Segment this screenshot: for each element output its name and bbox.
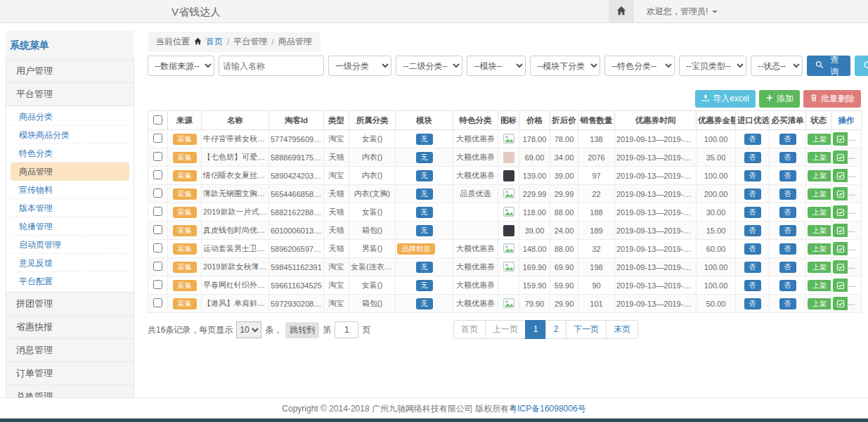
row-checkbox[interactable] — [153, 280, 162, 289]
page-number-input[interactable] — [335, 321, 358, 338]
pager-page-2[interactable]: 2 — [545, 320, 566, 339]
import-select-badge[interactable]: 否 — [744, 280, 761, 291]
edit-button[interactable] — [833, 224, 848, 237]
cell-actions — [831, 130, 862, 148]
import-select-badge[interactable]: 否 — [744, 243, 761, 255]
pager-next[interactable]: 下一页 — [566, 320, 607, 339]
row-checkbox[interactable] — [153, 207, 162, 216]
sidebar-item-group-buy-mgmt[interactable]: 拼团管理 — [6, 293, 134, 316]
import-select-badge[interactable]: 否 — [744, 188, 761, 200]
status-badge[interactable]: 上架 — [808, 134, 831, 145]
row-checkbox[interactable] — [153, 262, 162, 271]
import-excel-button[interactable]: 导入excel — [695, 90, 756, 108]
edit-button[interactable] — [833, 279, 848, 292]
breadcrumb-label: 当前位置 — [156, 36, 190, 48]
filter-level2-category-select[interactable]: --二级分类-- — [396, 56, 462, 76]
row-checkbox[interactable] — [153, 188, 162, 198]
must-buy-badge[interactable]: 否 — [779, 134, 796, 145]
import-select-badge[interactable]: 否 — [744, 207, 761, 218]
filter-data-source-select[interactable]: --数据来源-- — [148, 56, 214, 76]
sidebar-item-product-mgmt[interactable]: 商品管理 — [11, 162, 129, 181]
row-checkbox[interactable] — [153, 152, 162, 161]
must-buy-badge[interactable]: 否 — [779, 207, 796, 218]
edit-button[interactable] — [833, 260, 848, 274]
import-select-badge[interactable]: 否 — [744, 170, 761, 181]
filter-name-input[interactable] — [219, 56, 324, 76]
edit-button[interactable] — [833, 242, 848, 255]
pager-last[interactable]: 末页 — [606, 320, 638, 339]
filter-feature-category-select[interactable]: --特色分类-- — [604, 56, 675, 76]
must-buy-badge[interactable]: 否 — [779, 225, 796, 236]
sidebar-item-product-category[interactable]: 商品分类 — [11, 108, 129, 126]
home-button[interactable] — [609, 0, 634, 23]
status-badge[interactable]: 上架 — [808, 225, 831, 236]
import-select-badge[interactable]: 否 — [744, 298, 761, 309]
breadcrumb-home-link[interactable]: 首页 — [206, 36, 223, 48]
select-all-checkbox[interactable] — [153, 115, 162, 124]
edit-button[interactable] — [833, 169, 848, 182]
status-badge[interactable]: 上架 — [808, 280, 831, 291]
sidebar-item-order-mgmt[interactable]: 订单管理 — [6, 362, 134, 385]
must-buy-badge[interactable]: 否 — [779, 170, 796, 181]
sidebar-item-promo-material[interactable]: 宣传物料 — [11, 181, 129, 199]
sidebar-item-feature-category[interactable]: 特色分类 — [11, 144, 129, 162]
import-select-badge[interactable]: 否 — [744, 152, 761, 163]
sidebar-item-module-product-category[interactable]: 模块商品分类 — [11, 126, 129, 144]
edit-button[interactable] — [833, 132, 848, 146]
status-badge[interactable]: 上架 — [808, 243, 831, 255]
cell-checkbox — [148, 222, 168, 240]
must-buy-badge[interactable]: 否 — [779, 298, 796, 309]
edit-button[interactable] — [833, 187, 848, 200]
status-badge[interactable]: 上架 — [808, 170, 831, 181]
row-checkbox[interactable] — [153, 225, 162, 234]
row-checkbox[interactable] — [153, 170, 162, 179]
status-badge[interactable]: 上架 — [808, 262, 831, 273]
status-badge[interactable]: 上架 — [808, 298, 831, 309]
icp-link[interactable]: 粤ICP备16098006号 — [509, 404, 585, 414]
edit-button[interactable] — [833, 205, 848, 219]
filter-item-type-select[interactable]: --宝贝类型-- — [679, 56, 746, 76]
sidebar-item-saving-news[interactable]: 省惠快报 — [6, 316, 134, 339]
per-page-select[interactable]: 10 — [236, 321, 261, 338]
filter-status-select[interactable]: --状态-- — [751, 56, 803, 76]
cell-source: 采集 — [168, 203, 202, 222]
add-button[interactable]: 添加 — [759, 90, 800, 108]
row-checkbox[interactable] — [153, 134, 162, 143]
status-badge[interactable]: 上架 — [808, 207, 831, 218]
filter-module-subcategory-select[interactable]: --模块下分类-- — [530, 56, 600, 76]
pager-page-1[interactable]: 1 — [525, 320, 546, 339]
user-menu[interactable]: 欢迎您，管理员! — [647, 6, 718, 18]
sidebar-item-carousel-mgmt[interactable]: 轮播管理 — [11, 217, 129, 236]
must-buy-badge[interactable]: 否 — [779, 188, 796, 200]
source-badge: 采集 — [173, 280, 197, 291]
must-buy-badge[interactable]: 否 — [779, 243, 796, 255]
row-checkbox[interactable] — [153, 243, 162, 252]
import-select-badge[interactable]: 否 — [744, 134, 761, 145]
sidebar-item-feedback[interactable]: 意见反馈 — [11, 254, 129, 272]
filter-module-select[interactable]: --模块-- — [467, 56, 526, 76]
sidebar-item-version-mgmt[interactable]: 版本管理 — [11, 199, 129, 217]
module-badge: 品牌精选 — [397, 243, 435, 255]
cell-discount-price: 59.90 — [550, 276, 578, 295]
sidebar-item-user-mgmt[interactable]: 用户管理 — [6, 60, 134, 83]
sidebar-item-platform-config[interactable]: 平台配置 — [11, 272, 129, 290]
must-buy-badge[interactable]: 否 — [779, 280, 796, 291]
sidebar-item-message-mgmt[interactable]: 消息管理 — [6, 339, 134, 362]
cell-feature-category: 品质优选 — [453, 185, 498, 203]
row-checkbox[interactable] — [153, 298, 162, 307]
status-badge[interactable]: 上架 — [808, 152, 831, 163]
must-buy-badge[interactable]: 否 — [779, 152, 796, 163]
must-buy-badge[interactable]: 否 — [779, 262, 796, 273]
filter-level1-category-select[interactable]: 一级分类 — [328, 56, 391, 76]
search-button[interactable]: 查询 — [807, 56, 850, 76]
reset-button[interactable]: 重置 — [855, 56, 868, 76]
status-badge[interactable]: 上架 — [808, 188, 831, 200]
import-select-badge[interactable]: 否 — [744, 225, 761, 236]
sidebar-item-platform-mgmt[interactable]: 平台管理 — [6, 83, 134, 106]
edit-button[interactable] — [833, 297, 848, 310]
sidebar-item-splash-page-mgmt[interactable]: 启动页管理 — [11, 236, 129, 254]
import-select-badge[interactable]: 否 — [744, 262, 761, 273]
batch-delete-button[interactable]: 批量删除 — [803, 90, 861, 108]
jump-to-button[interactable]: 跳转到 — [285, 322, 319, 338]
edit-button[interactable] — [833, 151, 848, 164]
